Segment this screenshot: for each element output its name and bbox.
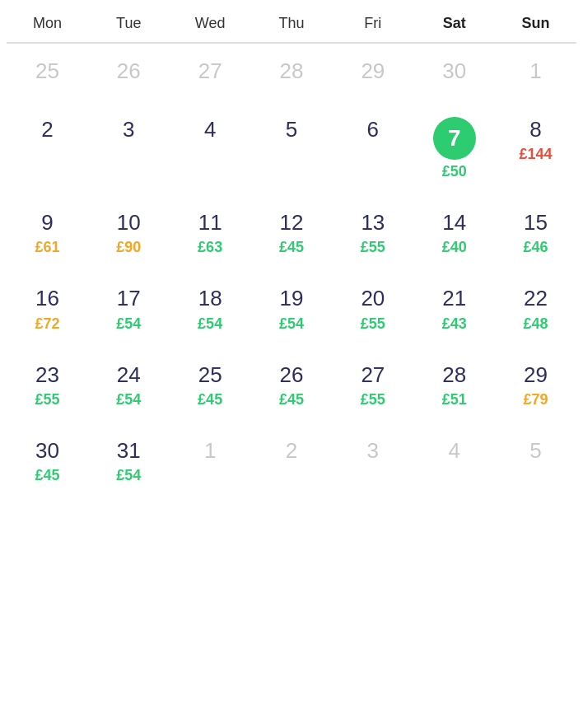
day-number: 2 bbox=[41, 117, 53, 142]
day-price: £55 bbox=[35, 391, 59, 408]
day-price: £45 bbox=[198, 391, 222, 408]
day-cell[interactable]: 14£40 bbox=[413, 195, 495, 271]
day-cell[interactable]: 7£50 bbox=[413, 102, 495, 195]
day-cell[interactable]: 25£45 bbox=[170, 348, 251, 423]
day-price: £54 bbox=[116, 467, 141, 484]
day-number: 10 bbox=[117, 210, 141, 236]
day-cell: 30 bbox=[413, 44, 495, 102]
day-cell[interactable]: 2 bbox=[7, 102, 88, 195]
day-number: 28 bbox=[280, 58, 304, 84]
day-number: 3 bbox=[123, 117, 134, 142]
day-number: 19 bbox=[280, 286, 304, 311]
day-number: 1 bbox=[204, 438, 216, 464]
header-day-thu: Thu bbox=[251, 15, 333, 32]
day-number: 21 bbox=[442, 286, 466, 311]
header-day-wed: Wed bbox=[170, 15, 251, 32]
day-cell: 29 bbox=[332, 44, 413, 102]
day-number: 29 bbox=[524, 362, 548, 388]
day-number: 2 bbox=[286, 438, 297, 464]
day-number: 14 bbox=[442, 210, 466, 236]
day-cell: 1 bbox=[495, 44, 576, 102]
day-cell[interactable]: 16£72 bbox=[7, 271, 88, 347]
day-cell[interactable]: 15£46 bbox=[495, 195, 576, 271]
day-number: 20 bbox=[361, 286, 385, 311]
day-number: 5 bbox=[286, 117, 297, 142]
day-number: 12 bbox=[280, 210, 304, 236]
day-cell[interactable]: 4 bbox=[170, 102, 251, 195]
day-cell[interactable]: 19£54 bbox=[251, 271, 333, 347]
day-price: £55 bbox=[361, 391, 385, 408]
day-cell[interactable]: 10£90 bbox=[88, 195, 170, 271]
header-day-mon: Mon bbox=[7, 15, 88, 32]
day-number: 18 bbox=[198, 286, 222, 311]
day-cell[interactable]: 28£51 bbox=[413, 348, 495, 423]
header-day-sun: Sun bbox=[495, 15, 576, 32]
day-price: £51 bbox=[442, 391, 467, 408]
day-cell: 25 bbox=[7, 44, 88, 102]
day-number: 25 bbox=[35, 58, 59, 84]
day-number: 9 bbox=[41, 210, 53, 236]
day-cell: 4 bbox=[413, 423, 495, 499]
day-cell[interactable]: 21£43 bbox=[413, 271, 495, 347]
day-cell[interactable]: 3 bbox=[88, 102, 170, 195]
day-price: £79 bbox=[524, 391, 548, 408]
day-price: £40 bbox=[442, 239, 467, 256]
day-price: £46 bbox=[524, 239, 548, 256]
day-price: £72 bbox=[35, 315, 59, 333]
day-price: £54 bbox=[279, 315, 304, 333]
day-number: 30 bbox=[35, 438, 59, 464]
day-price: £50 bbox=[442, 163, 467, 180]
day-number: 30 bbox=[442, 58, 466, 84]
day-number: 1 bbox=[529, 58, 541, 84]
day-number: 22 bbox=[524, 286, 548, 311]
day-cell[interactable]: 17£54 bbox=[88, 271, 170, 347]
day-cell[interactable]: 23£55 bbox=[7, 348, 88, 423]
calendar-header: MonTueWedThuFriSatSun bbox=[7, 0, 576, 44]
header-day-tue: Tue bbox=[88, 15, 170, 32]
day-price: £54 bbox=[116, 315, 141, 333]
day-cell[interactable]: 29£79 bbox=[495, 348, 576, 423]
day-number: 28 bbox=[442, 362, 466, 388]
day-number: 7 bbox=[433, 117, 476, 160]
day-number: 8 bbox=[529, 117, 541, 142]
day-cell[interactable]: 30£45 bbox=[7, 423, 88, 499]
day-number: 17 bbox=[117, 286, 141, 311]
day-number: 27 bbox=[198, 58, 222, 84]
calendar: MonTueWedThuFriSatSun 252627282930123456… bbox=[0, 0, 583, 499]
day-price: £144 bbox=[520, 146, 553, 163]
day-cell[interactable]: 24£54 bbox=[88, 348, 170, 423]
day-number: 26 bbox=[280, 362, 304, 388]
calendar-grid: 2526272829301234567£508£1449£6110£9011£6… bbox=[7, 44, 576, 499]
day-number: 15 bbox=[524, 210, 548, 236]
day-number: 26 bbox=[117, 58, 141, 84]
day-number: 31 bbox=[117, 438, 141, 464]
day-cell[interactable]: 22£48 bbox=[495, 271, 576, 347]
day-number: 23 bbox=[35, 362, 59, 388]
day-price: £45 bbox=[279, 239, 304, 256]
day-cell[interactable]: 26£45 bbox=[251, 348, 333, 423]
day-cell: 2 bbox=[251, 423, 333, 499]
day-cell: 26 bbox=[88, 44, 170, 102]
day-cell[interactable]: 27£55 bbox=[332, 348, 413, 423]
day-cell[interactable]: 20£55 bbox=[332, 271, 413, 347]
day-number: 16 bbox=[35, 286, 59, 311]
day-cell[interactable]: 18£54 bbox=[170, 271, 251, 347]
day-cell[interactable]: 8£144 bbox=[495, 102, 576, 195]
day-number: 25 bbox=[198, 362, 222, 388]
day-number: 24 bbox=[117, 362, 141, 388]
day-number: 27 bbox=[361, 362, 385, 388]
day-price: £63 bbox=[198, 239, 222, 256]
day-cell: 1 bbox=[170, 423, 251, 499]
day-cell[interactable]: 31£54 bbox=[88, 423, 170, 499]
day-cell[interactable]: 9£61 bbox=[7, 195, 88, 271]
day-cell[interactable]: 12£45 bbox=[251, 195, 333, 271]
day-cell[interactable]: 13£55 bbox=[332, 195, 413, 271]
day-cell: 28 bbox=[251, 44, 333, 102]
day-price: £54 bbox=[116, 391, 141, 408]
day-price: £54 bbox=[198, 315, 222, 333]
day-cell[interactable]: 11£63 bbox=[170, 195, 251, 271]
day-cell[interactable]: 5 bbox=[251, 102, 333, 195]
day-price: £55 bbox=[361, 315, 385, 333]
day-cell: 27 bbox=[170, 44, 251, 102]
day-cell[interactable]: 6 bbox=[332, 102, 413, 195]
